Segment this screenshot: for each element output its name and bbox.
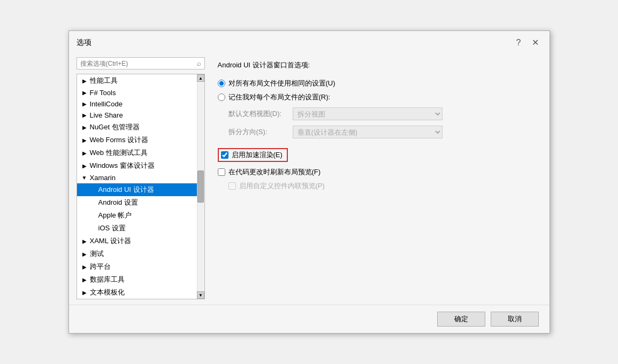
tree-label-web-perf: Web 性能测试工具 bbox=[90, 148, 148, 158]
cancel-button[interactable]: 取消 bbox=[491, 312, 539, 327]
dropdown1-label: 默认文档视图(D): bbox=[228, 109, 287, 119]
tree-arrow-xaml-designer bbox=[81, 238, 88, 244]
tree-item-ios-settings[interactable]: iOS 设置 bbox=[77, 222, 197, 235]
tree-label-text-template: 文本模板化 bbox=[90, 288, 125, 297]
checkboxes-section: 启用加速渲染(E) 在代码更改时刷新布局预览(F) 启用自定义控件内联预览(P) bbox=[218, 148, 537, 191]
tree-arrow-xamarin bbox=[81, 175, 88, 181]
checkbox3-label: 启用自定义控件内联预览(P) bbox=[239, 181, 325, 191]
dropdown2-label: 拆分方向(S): bbox=[228, 127, 287, 137]
ok-button[interactable]: 确定 bbox=[437, 312, 485, 327]
tree-label-perf-tools: 性能工具 bbox=[90, 76, 118, 86]
tree-label-live-share: Live Share bbox=[90, 111, 123, 119]
tree-item-xaml-designer[interactable]: XAML 设计器 bbox=[77, 235, 197, 247]
tree-arrow-windows-designer bbox=[81, 163, 88, 169]
tree-arrow-text-template bbox=[81, 290, 88, 296]
tree-arrow-fsharp-tools bbox=[81, 90, 88, 96]
tree-item-web-perf[interactable]: Web 性能测试工具 bbox=[77, 146, 197, 159]
tree-label-windows-designer: Windows 窗体设计器 bbox=[90, 161, 155, 171]
dialog-footer: 确定 取消 bbox=[69, 305, 550, 333]
tree-label-xaml-designer: XAML 设计器 bbox=[90, 236, 132, 246]
radio-group: 对所有布局文件使用相同的设置(U) 记住我对每个布局文件的设置(R): bbox=[218, 79, 537, 102]
section-title: Android UI 设计器窗口首选项: bbox=[218, 60, 537, 70]
dialog-body: ⌕ 性能工具F# ToolsIntelliCodeLive ShareNuGet… bbox=[69, 52, 550, 305]
dropdown2-select[interactable]: 垂直(设计器在左侧) bbox=[293, 126, 442, 138]
tree-item-xamarin[interactable]: Xamarin bbox=[77, 172, 197, 183]
search-icon: ⌕ bbox=[197, 59, 201, 67]
scroll-down-button[interactable]: ▼ bbox=[197, 291, 204, 299]
tree-label-fsharp-tools: F# Tools bbox=[90, 89, 116, 97]
tree-arrow-nuget bbox=[81, 125, 88, 130]
dropdown1-select[interactable]: 拆分视图 bbox=[293, 107, 442, 120]
tree-item-fsharp-tools[interactable]: F# Tools bbox=[77, 87, 197, 98]
tree-item-web-forms[interactable]: Web Forms 设计器 bbox=[77, 134, 197, 146]
checkbox2-label[interactable]: 在代码更改时刷新布局预览(F) bbox=[228, 167, 321, 177]
checkbox-row-1-highlighted: 启用加速渲染(E) bbox=[218, 148, 288, 162]
tree-label-db-tools: 数据库工具 bbox=[90, 275, 125, 284]
tree-item-text-template[interactable]: 文本模板化 bbox=[77, 286, 197, 299]
tree-item-nuget[interactable]: NuGet 包管理器 bbox=[77, 121, 197, 134]
radio-row-1: 对所有布局文件使用相同的设置(U) bbox=[218, 79, 537, 88]
tree-arrow-test bbox=[81, 251, 88, 257]
radio-per-layout[interactable] bbox=[218, 94, 225, 101]
checkbox-accelerated-rendering[interactable] bbox=[221, 151, 228, 159]
right-panel: Android UI 设计器窗口首选项: 对所有布局文件使用相同的设置(U) 记… bbox=[212, 57, 542, 299]
tree-label-android-settings: Android 设置 bbox=[98, 198, 138, 207]
titlebar: 选项 ? ✕ bbox=[69, 31, 550, 52]
left-panel: ⌕ 性能工具F# ToolsIntelliCodeLive ShareNuGet… bbox=[77, 57, 205, 299]
tree-item-apple-account[interactable]: Apple 帐户 bbox=[77, 209, 197, 222]
scroll-thumb[interactable] bbox=[197, 171, 204, 203]
tree-label-android-ui: Android UI 设计器 bbox=[98, 185, 154, 195]
radio-all-layouts[interactable] bbox=[218, 80, 225, 87]
tree-label-test: 测试 bbox=[90, 249, 104, 259]
search-input[interactable] bbox=[80, 60, 197, 67]
tree-item-perf-tools[interactable]: 性能工具 bbox=[77, 74, 197, 87]
checkbox-row-2: 在代码更改时刷新布局预览(F) bbox=[218, 167, 537, 177]
tree-label-ios-settings: iOS 设置 bbox=[98, 223, 126, 233]
dropdown-row-1: 默认文档视图(D): 拆分视图 bbox=[228, 107, 537, 120]
tree-label-cross-platform: 跨平台 bbox=[90, 262, 111, 272]
tree-container: 性能工具F# ToolsIntelliCodeLive ShareNuGet 包… bbox=[77, 74, 205, 299]
tree-label-nuget: NuGet 包管理器 bbox=[90, 122, 140, 132]
tree-item-test[interactable]: 测试 bbox=[77, 247, 197, 260]
tree-arrow-live-share bbox=[81, 112, 88, 118]
radio-per-layout-label[interactable]: 记住我对每个布局文件的设置(R): bbox=[228, 92, 331, 102]
tree-arrow-web-perf bbox=[81, 150, 88, 156]
dropdown-row-2: 拆分方向(S): 垂直(设计器在左侧) bbox=[228, 126, 537, 138]
radio-all-layouts-label[interactable]: 对所有布局文件使用相同的设置(U) bbox=[228, 79, 335, 88]
tree-item-cross-platform[interactable]: 跨平台 bbox=[77, 260, 197, 273]
tree-item-android-settings[interactable]: Android 设置 bbox=[77, 196, 197, 209]
tree-item-android-ui[interactable]: Android UI 设计器 bbox=[77, 183, 197, 196]
tree-item-windows-designer[interactable]: Windows 窗体设计器 bbox=[77, 159, 197, 172]
dialog-title: 选项 bbox=[77, 38, 91, 48]
tree-item-db-tools[interactable]: 数据库工具 bbox=[77, 273, 197, 286]
tree-arrow-db-tools bbox=[81, 277, 88, 283]
search-box[interactable]: ⌕ bbox=[77, 57, 205, 69]
close-button[interactable]: ✕ bbox=[529, 36, 542, 49]
checkbox-custom-widget-preview[interactable] bbox=[228, 182, 236, 190]
tree-arrow-perf-tools bbox=[81, 78, 88, 84]
tree-label-web-forms: Web Forms 设计器 bbox=[90, 135, 149, 145]
tree-label-intellicode: IntelliCode bbox=[90, 100, 123, 108]
radio-row-2: 记住我对每个布局文件的设置(R): bbox=[218, 92, 537, 102]
tree-arrow-web-forms bbox=[81, 137, 88, 143]
scrollbar[interactable]: ▲ ▼ bbox=[197, 74, 204, 299]
scroll-up-button[interactable]: ▲ bbox=[197, 74, 204, 82]
tree-arrow-cross-platform bbox=[81, 264, 88, 270]
titlebar-buttons: ? ✕ bbox=[513, 36, 542, 49]
tree-label-apple-account: Apple 帐户 bbox=[98, 211, 132, 220]
tree-arrow-intellicode bbox=[81, 101, 88, 107]
tree-item-intellicode[interactable]: IntelliCode bbox=[77, 98, 197, 110]
checkbox-row-3: 启用自定义控件内联预览(P) bbox=[228, 181, 537, 191]
options-dialog: 选项 ? ✕ ⌕ 性能工具F# ToolsIntelliCodeLive Sha… bbox=[68, 30, 550, 334]
checkbox-refresh-preview[interactable] bbox=[218, 168, 225, 176]
help-button[interactable]: ? bbox=[513, 37, 524, 49]
tree-label-xamarin: Xamarin bbox=[90, 174, 116, 182]
tree-item-live-share[interactable]: Live Share bbox=[77, 110, 197, 121]
checkbox1-label[interactable]: 启用加速渲染(E) bbox=[232, 150, 283, 160]
